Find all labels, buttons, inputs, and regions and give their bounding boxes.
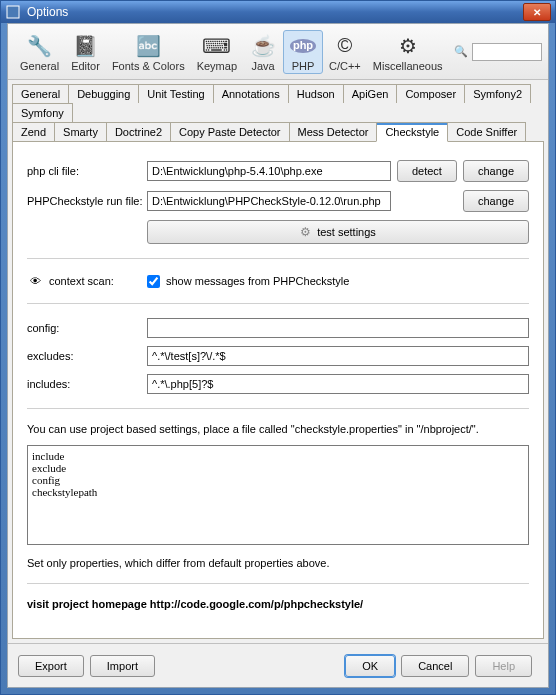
editor-icon: 📓: [72, 32, 100, 60]
tab-symfony[interactable]: Symfony: [12, 103, 73, 122]
tab-doctrine2[interactable]: Doctrine2: [106, 122, 171, 141]
wrench-icon: 🔧: [26, 32, 54, 60]
tabs-container: General Debugging Unit Testing Annotatio…: [8, 80, 548, 141]
includes-label: includes:: [27, 378, 147, 390]
php-icon: php: [289, 32, 317, 60]
diff-note: Set only properties, which differ from d…: [27, 557, 529, 569]
close-button[interactable]: ✕: [523, 3, 551, 21]
toolbar-misc[interactable]: ⚙Miscellaneous: [367, 30, 449, 74]
project-note: You can use project based settings, plac…: [27, 423, 529, 435]
toolbar-fonts[interactable]: 🔤Fonts & Colors: [106, 30, 191, 74]
php-cli-label: php cli file:: [27, 165, 147, 177]
tab-zend[interactable]: Zend: [12, 122, 55, 141]
tab-unit-testing[interactable]: Unit Testing: [138, 84, 213, 103]
java-icon: ☕: [249, 32, 277, 60]
search-icon: 🔍: [454, 45, 468, 58]
show-messages-checkbox[interactable]: [147, 275, 160, 288]
tab-debugging[interactable]: Debugging: [68, 84, 139, 103]
main-toolbar: 🔧General 📓Editor 🔤Fonts & Colors ⌨Keymap…: [8, 24, 548, 80]
tab-code-sniffer[interactable]: Code Sniffer: [447, 122, 526, 141]
run-file-input[interactable]: [147, 191, 391, 211]
search-area: 🔍: [454, 43, 542, 61]
config-label: config:: [27, 322, 147, 334]
includes-input[interactable]: [147, 374, 529, 394]
export-button[interactable]: Export: [18, 655, 84, 677]
toolbar-editor[interactable]: 📓Editor: [65, 30, 106, 74]
keyboard-icon: ⌨: [203, 32, 231, 60]
svg-rect-0: [7, 6, 19, 18]
tab-checkstyle[interactable]: Checkstyle: [376, 122, 448, 142]
tabs-row-2: Zend Smarty Doctrine2 Copy Paste Detecto…: [12, 122, 544, 141]
window-title: Options: [27, 5, 521, 19]
tab-mess-detector[interactable]: Mess Detector: [289, 122, 378, 141]
options-window: Options ✕ 🔧General 📓Editor 🔤Fonts & Colo…: [0, 0, 556, 695]
run-file-label: PHPCheckstyle run file:: [27, 195, 147, 207]
cancel-button[interactable]: Cancel: [401, 655, 469, 677]
toolbar-cpp[interactable]: ©C/C++: [323, 30, 367, 74]
tab-annotations[interactable]: Annotations: [213, 84, 289, 103]
checkstyle-panel: php cli file: detect change PHPCheckstyl…: [12, 141, 544, 639]
toolbar-java[interactable]: ☕Java: [243, 30, 283, 74]
config-input[interactable]: [147, 318, 529, 338]
tab-smarty[interactable]: Smarty: [54, 122, 107, 141]
detect-button[interactable]: detect: [397, 160, 457, 182]
titlebar[interactable]: Options ✕: [1, 1, 555, 23]
content-area: 🔧General 📓Editor 🔤Fonts & Colors ⌨Keymap…: [7, 23, 549, 688]
php-cli-input[interactable]: [147, 161, 391, 181]
app-icon: [5, 4, 21, 20]
gear-icon: ⚙: [300, 225, 311, 239]
search-input[interactable]: [472, 43, 542, 61]
homepage-link[interactable]: visit project homepage http://code.googl…: [27, 598, 529, 610]
tabs-row-1: General Debugging Unit Testing Annotatio…: [12, 84, 544, 122]
excludes-input[interactable]: [147, 346, 529, 366]
help-button[interactable]: Help: [475, 655, 532, 677]
tab-composer[interactable]: Composer: [396, 84, 465, 103]
tab-copy-paste[interactable]: Copy Paste Detector: [170, 122, 290, 141]
tab-symfony2[interactable]: Symfony2: [464, 84, 531, 103]
cpp-icon: ©: [331, 32, 359, 60]
change-button-2[interactable]: change: [463, 190, 529, 212]
fonts-icon: 🔤: [134, 32, 162, 60]
tab-general[interactable]: General: [12, 84, 69, 103]
show-messages-label: show messages from PHPCheckstyle: [166, 275, 349, 287]
toolbar-php[interactable]: phpPHP: [283, 30, 323, 74]
bottom-bar: Export Import OK Cancel Help: [8, 643, 548, 687]
eye-icon: 👁: [27, 273, 43, 289]
ok-button[interactable]: OK: [345, 655, 395, 677]
misc-icon: ⚙: [394, 32, 422, 60]
change-button-1[interactable]: change: [463, 160, 529, 182]
tab-hudson[interactable]: Hudson: [288, 84, 344, 103]
toolbar-general[interactable]: 🔧General: [14, 30, 65, 74]
toolbar-keymap[interactable]: ⌨Keymap: [191, 30, 243, 74]
excludes-label: excludes:: [27, 350, 147, 362]
properties-textarea[interactable]: [27, 445, 529, 545]
import-button[interactable]: Import: [90, 655, 155, 677]
tab-apigen[interactable]: ApiGen: [343, 84, 398, 103]
context-scan-label: 👁context scan:: [27, 273, 147, 289]
svg-text:php: php: [293, 39, 313, 51]
test-settings-button[interactable]: ⚙test settings: [147, 220, 529, 244]
